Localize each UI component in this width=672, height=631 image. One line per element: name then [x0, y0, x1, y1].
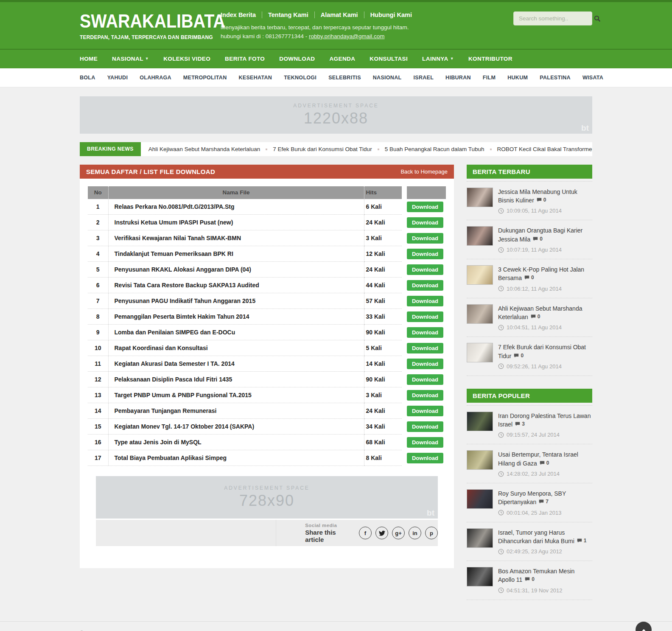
sidebar: BERITA TERBARU Jessica Mila Menabung Unt…	[467, 165, 592, 600]
news-thumbnail[interactable]	[467, 343, 493, 362]
download-button[interactable]: Download	[407, 311, 443, 322]
download-button[interactable]: Download	[407, 343, 443, 353]
download-button[interactable]: Download	[407, 280, 443, 291]
file-number: 6	[88, 278, 108, 293]
ad-watermark: bt	[427, 508, 434, 518]
category-nav-item[interactable]: HIBURAN	[445, 75, 471, 81]
download-button[interactable]: Download	[407, 390, 443, 401]
twitter-icon[interactable]	[375, 527, 388, 539]
file-name: Revisi Tata Cara Restore Backup SAKPA13 …	[108, 278, 364, 293]
news-title[interactable]: Iran Dorong Palestina Terus Lawan Israel	[498, 412, 591, 428]
news-thumbnail[interactable]	[467, 412, 493, 431]
logo-block[interactable]: SWARAKALIBATA TERDEPAN, TAJAM, TERPERCAY…	[80, 8, 216, 41]
panel-title-bar: SEMUA DAFTAR / LIST FILE DOWNLOAD Back t…	[80, 165, 454, 179]
linkedin-icon[interactable]: in	[409, 527, 421, 539]
category-nav-item[interactable]: WISATA	[582, 75, 603, 81]
file-number: 1	[88, 199, 108, 215]
category-nav-item[interactable]: FILM	[483, 75, 496, 81]
clock-icon	[498, 286, 504, 292]
search-icon[interactable]	[594, 15, 601, 22]
pinterest-icon[interactable]: p	[425, 527, 438, 539]
top-advertisement[interactable]: ADVERTISEMENT SPACE 1220x88 bt	[80, 96, 592, 134]
header-link[interactable]: Index Berita	[221, 11, 256, 18]
news-thumbnail[interactable]	[467, 489, 493, 509]
category-nav-item[interactable]: NASIONAL	[373, 75, 402, 81]
category-nav-item[interactable]: OLAHRAGA	[140, 75, 171, 81]
header-link[interactable]: Hubungi Kami	[364, 11, 412, 18]
download-button[interactable]: Download	[407, 249, 443, 259]
main-nav-item[interactable]: HOME	[80, 56, 98, 62]
file-name: Rapat Koordinasi dan Konsultasi	[108, 340, 364, 356]
news-thumbnail[interactable]	[467, 567, 493, 586]
main-nav-item[interactable]: KONSULTASI	[370, 56, 408, 62]
news-title[interactable]: Israel, Tumor yang Harus Dihancurkan dar…	[498, 529, 574, 544]
category-nav-item[interactable]: TEKNOLOGI	[284, 75, 316, 81]
download-button[interactable]: Download	[407, 217, 443, 228]
download-button[interactable]: Download	[407, 406, 443, 416]
download-button[interactable]: Download	[407, 202, 443, 212]
download-button[interactable]: Download	[407, 327, 443, 338]
file-name: Kegiatan Monev Tgl. 14-17 Oktober 2014 (…	[108, 419, 364, 435]
main-nav-item[interactable]: KONTRIBUTOR	[468, 56, 512, 62]
site-logo[interactable]: SWARAKALIBATA	[80, 11, 207, 32]
category-nav-item[interactable]: KESEHATAN	[239, 75, 272, 81]
bottom-advertisement[interactable]: ADVERTISEMENT SPACE 728x90 bt	[96, 476, 438, 519]
news-title[interactable]: Bos Amazon Temukan Mesin Apollo 11	[498, 568, 574, 583]
scroll-to-top-button[interactable]	[636, 622, 652, 631]
list-item: Roy Suryo Menpora, SBY Dipertanyakan7 00…	[467, 483, 592, 522]
header-link[interactable]: Tentang Kami	[262, 11, 308, 18]
breaking-news-bar: BREAKING NEWS Ahli Kejiwaan Sebut Marsha…	[80, 142, 592, 156]
download-button[interactable]: Download	[407, 264, 443, 275]
site-tagline: TERDEPAN, TAJAM, TERPERCAYA DAN BERIMBAN…	[80, 34, 216, 40]
category-nav-item[interactable]: METROPOLITAN	[183, 75, 227, 81]
download-button[interactable]: Download	[407, 359, 443, 369]
file-name: Pelaksanaan Disiplin Pasca Idul Fitri 14…	[108, 372, 364, 387]
category-nav-item[interactable]: BOLA	[80, 75, 95, 81]
news-title[interactable]: 3 Cewek K-Pop Paling Hot Jalan Bersama	[498, 266, 584, 281]
chevron-down-icon: ▼	[145, 56, 149, 61]
news-thumbnail[interactable]	[467, 450, 493, 470]
category-nav-item[interactable]: HUKUM	[507, 75, 528, 81]
download-button[interactable]: Download	[407, 374, 443, 385]
download-button[interactable]: Download	[407, 437, 443, 448]
header-link[interactable]: Alamat Kami	[314, 11, 358, 18]
download-button[interactable]: Download	[407, 453, 443, 463]
download-button[interactable]: Download	[407, 233, 443, 244]
share-strip: Social media Share this article f	[96, 520, 438, 546]
category-nav-item[interactable]: YAHUDI	[107, 75, 128, 81]
contact-email[interactable]: robby.prihandaya@gmail.com	[309, 33, 385, 39]
category-nav-item[interactable]: ISRAEL	[413, 75, 434, 81]
search-box[interactable]	[513, 11, 592, 25]
main-nav-item[interactable]: DOWNLOAD	[279, 56, 315, 62]
col-header-hits: Hits	[364, 186, 404, 199]
category-nav-item[interactable]: PALESTINA	[540, 75, 571, 81]
google-plus-icon[interactable]: g+	[392, 527, 405, 539]
file-number: 8	[88, 309, 108, 325]
news-title[interactable]: 7 Efek Buruk dari Konsumsi Obat Tidur	[498, 344, 586, 359]
breaking-news-item[interactable]: ROBOT Kecil Cikal Bakal Transformer	[484, 146, 592, 152]
main-nav-item[interactable]: BERITA FOTO	[225, 56, 265, 62]
main-nav-item[interactable]: LAINNYA▼	[422, 56, 454, 62]
main-nav-item[interactable]: NASIONAL▼	[112, 56, 149, 62]
breaking-news-item[interactable]: Ahli Kejiwaan Sebut Marshanda Keterlalua…	[148, 146, 260, 152]
news-thumbnail[interactable]	[467, 226, 493, 246]
back-to-homepage-link[interactable]: Back to Homepage	[400, 168, 448, 175]
breaking-news-item[interactable]: 5 Buah Penangkal Racun dalam Tubuh	[372, 146, 484, 152]
news-thumbnail[interactable]	[467, 265, 493, 285]
news-title[interactable]: Roy Suryo Menpora, SBY Dipertanyakan	[498, 490, 566, 505]
download-button[interactable]: Download	[407, 421, 443, 432]
category-nav-item[interactable]: SELEBRITIS	[328, 75, 361, 81]
comment-count: 3	[515, 421, 525, 427]
news-thumbnail[interactable]	[467, 304, 493, 324]
news-thumbnail[interactable]	[467, 188, 493, 207]
comment-icon	[539, 499, 544, 504]
file-number: 15	[88, 419, 108, 435]
breaking-news-item[interactable]: 7 Efek Buruk dari Konsumsi Obat Tidur	[260, 146, 372, 152]
download-button[interactable]: Download	[407, 296, 443, 306]
news-thumbnail[interactable]	[467, 528, 493, 548]
main-nav-item[interactable]: AGENDA	[329, 56, 355, 62]
search-input[interactable]	[519, 15, 594, 22]
main-nav-item[interactable]: KOLEKSI VIDEO	[163, 56, 210, 62]
news-title[interactable]: Usai Bertempur, Tentara Israel Hilang di…	[498, 451, 578, 466]
facebook-icon[interactable]: f	[359, 527, 372, 539]
